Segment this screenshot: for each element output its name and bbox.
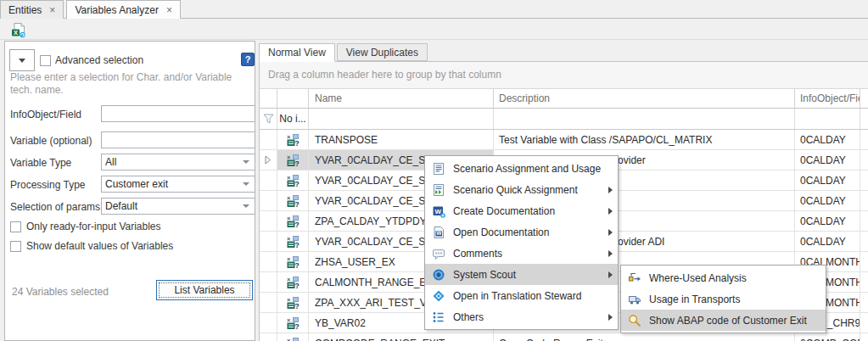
tab-label: Entities (8, 4, 42, 16)
header-description-cell[interactable]: Description (494, 89, 795, 108)
filter-button-cell[interactable] (260, 109, 277, 129)
list-variables-button[interactable]: List Variables (156, 280, 253, 300)
tab-label: Variables Analyzer (75, 4, 159, 16)
menu-item-open-documentation[interactable]: WOpen Documentation (425, 221, 618, 243)
help-button[interactable]: ? (241, 53, 255, 66)
abap-code-icon (628, 314, 641, 327)
menu-item-label: System Scout (453, 269, 601, 281)
row-icon-cell: ×? (277, 211, 309, 231)
variable-type-label: Variable Type (10, 157, 71, 169)
menu-item-scenario-assignment-and-usage[interactable]: Scenario Assignment and Usage (425, 158, 618, 179)
menu-item-system-scout[interactable]: System Scout (425, 264, 618, 285)
filter-icon (263, 114, 274, 124)
header-name-cell[interactable]: Name (309, 89, 494, 108)
svg-text:?: ? (295, 221, 300, 228)
expand-arrow-icon (265, 155, 272, 165)
svg-text:W: W (434, 208, 441, 215)
description-cell: CompCode Range Exit (494, 333, 795, 341)
variable-type-select[interactable]: All (101, 154, 255, 170)
infoobject-field-input[interactable] (101, 105, 255, 122)
row-indicator-cell (260, 150, 277, 170)
row-icon-cell: ×? (277, 272, 309, 292)
menu-item-show-abap-code-of-customer-exit[interactable]: Show ABAP code of Customer Exit (621, 310, 826, 331)
variable-description: CompCode Range Exit (499, 338, 603, 341)
variable-icon: ×? (286, 235, 300, 249)
variable-type-row: Variable TypeAll (10, 154, 251, 171)
svg-text:?: ? (295, 241, 300, 249)
show-default-values-checkbox[interactable]: Show default values of Variables (10, 240, 173, 252)
selection-hint: Please enter a selection for Char. and/o… (10, 71, 253, 97)
row-indicator-cell (260, 313, 277, 333)
svg-text:?: ? (295, 139, 300, 147)
chevron-down-icon (243, 182, 249, 186)
checkbox-box[interactable] (10, 221, 21, 232)
menu-item-label: Where-Used Analysis (649, 272, 820, 284)
filter-description-cell[interactable] (494, 109, 795, 129)
filter-name-cell[interactable] (309, 109, 494, 129)
table-row[interactable]: ×?TRANSPOSETest Variable with Class /SAP… (260, 130, 868, 150)
view-tab-label: Normal View (268, 47, 326, 59)
checkbox-box[interactable] (10, 241, 21, 252)
variable-icon: ×? (286, 133, 300, 147)
menu-item-others[interactable]: Others (425, 306, 618, 327)
menu-item-create-documentation[interactable]: WCreate Documentation (425, 200, 618, 221)
infoobject-value: 0CALDAY (800, 134, 846, 146)
submenu-arrow-icon (608, 314, 613, 321)
menu-item-label: Open Documentation (453, 226, 601, 238)
row-indicator-cell (260, 293, 277, 312)
menu-item-scenario-quick-assignment[interactable]: Scenario Quick Assignment (425, 179, 618, 200)
svg-text:?: ? (295, 322, 300, 330)
infoobject-value: 0CALDAY (800, 154, 846, 166)
variable-icon: ×? (286, 276, 300, 289)
menu-item-label: Create Documentation (453, 205, 601, 217)
menu-item-open-in-translation-steward[interactable]: Open in Translation Steward (425, 285, 618, 306)
group-by-bar[interactable]: Drag a column header here to group by th… (260, 62, 868, 89)
where-used-icon (628, 271, 641, 285)
others-icon (432, 310, 445, 324)
selection-of-params-row: Selection of params.Default (10, 198, 251, 215)
tab-variables-analyzer[interactable]: Variables Analyzer× (66, 0, 181, 19)
variable-icon: ×? (286, 255, 300, 269)
only-ready-for-input-checkbox[interactable]: Only ready-for-input Variables (10, 221, 161, 232)
selection-dropdown-button[interactable] (9, 49, 35, 71)
filter-icon-cell[interactable]: No i... (277, 109, 309, 129)
tab-entities[interactable]: Entities× (0, 0, 64, 19)
system-scout-icon (432, 268, 445, 282)
infoobject-value: 0CALDAY (800, 195, 846, 207)
submenu-arrow-icon (608, 208, 613, 215)
variable-name: YB_VAR02 (315, 317, 366, 329)
infoobject-value: 0CALDAY (800, 236, 846, 248)
checkbox-box[interactable] (40, 55, 51, 66)
table-header-row: Name Description InfoObject/Field (260, 89, 868, 109)
excel-export-icon: X (10, 22, 26, 38)
close-icon[interactable]: × (166, 5, 172, 15)
infoobject-field-row: InfoObject/Field (10, 105, 251, 123)
svg-text:?: ? (295, 261, 300, 269)
export-to-excel-button[interactable]: X (8, 21, 27, 38)
header-icon-cell[interactable] (277, 89, 309, 108)
table-row[interactable]: ×?COMPCODE_RANGE_EXITCompCode Range Exit… (260, 333, 868, 341)
infoobject-cell: 0CALDAY (795, 130, 860, 149)
svg-text:?: ? (295, 180, 300, 187)
svg-text:X: X (13, 29, 17, 36)
svg-text:?: ? (295, 302, 300, 310)
variable-name: ZHSA_USER_EX (315, 256, 395, 268)
selection-of-params-select[interactable]: Default (101, 198, 255, 215)
processing-type-select[interactable]: Customer exit (101, 176, 255, 193)
row-indicator-cell (260, 272, 277, 292)
menu-item-comments[interactable]: Comments (425, 243, 618, 264)
chevron-down-icon (243, 204, 249, 208)
close-icon[interactable]: × (49, 5, 55, 15)
filter-infoobject-cell[interactable] (795, 109, 860, 129)
menu-item-usage-in-transports[interactable]: Usage in Transports (621, 288, 826, 310)
variable-name: TRANSPOSE (315, 134, 378, 146)
header-indicator-cell[interactable] (260, 89, 277, 108)
variable-optional-input[interactable] (101, 131, 255, 148)
view-tabbar: Normal ViewView Duplicates (259, 43, 429, 62)
menu-item-where-used-analysis[interactable]: Where-Used Analysis (621, 267, 826, 288)
selection-of-params-value: Default (105, 200, 243, 212)
advanced-selection-checkbox[interactable]: Advanced selection (40, 54, 143, 66)
tab-normal-view[interactable]: Normal View (259, 43, 335, 62)
tab-view-duplicates[interactable]: View Duplicates (337, 43, 428, 61)
header-infoobject-cell[interactable]: InfoObject/Field (795, 89, 860, 108)
